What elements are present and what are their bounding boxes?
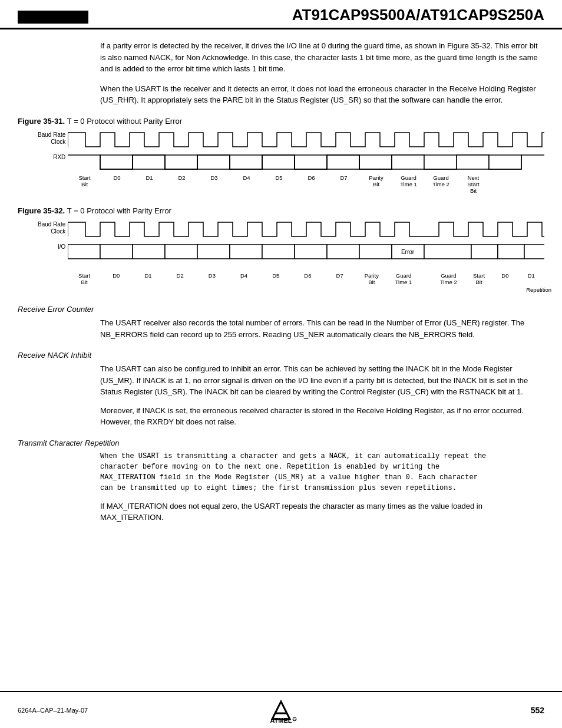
svg-rect-4: [230, 155, 262, 169]
bit-labels-32: StartBit D0 D1 D2 D3 D4 D5 D6 D7 ParityB…: [68, 272, 544, 286]
svg-rect-12: [489, 155, 521, 169]
svg-rect-16: [165, 245, 197, 259]
main-content: If a parity error is detected by the rec…: [0, 40, 562, 523]
svg-rect-6: [295, 155, 327, 169]
svg-rect-22: [359, 245, 392, 259]
baud-rate-label-32: Baud RateClock: [35, 219, 68, 235]
figure-35-31: Figure 35-31. T = 0 Protocol without Par…: [18, 117, 544, 195]
baud-rate-clock-32: [68, 219, 544, 240]
svg-rect-20: [295, 245, 327, 259]
baud-rate-clock-31: [68, 129, 544, 150]
io-label-32: I/O: [35, 241, 68, 251]
svg-rect-5: [262, 155, 295, 169]
svg-rect-19: [262, 245, 295, 259]
svg-rect-27: [498, 245, 524, 259]
error-counter-text: The USART receiver also records the tota…: [100, 317, 544, 340]
io-signal-32: Error: [68, 241, 544, 271]
svg-rect-15: [133, 245, 165, 259]
svg-rect-26: [471, 245, 498, 259]
bit-labels-31: StartBit D0 D1 D2 D3 D4 D5 D6 D7 ParityB…: [68, 174, 544, 195]
svg-rect-18: [230, 245, 262, 259]
svg-text:Error: Error: [401, 249, 415, 255]
nack-inhibit-text2: Moreover, if INACK is set, the erroneous…: [100, 405, 544, 428]
svg-rect-10: [424, 155, 457, 169]
section-heading-transmit-repetition: Transmit Character Repetition: [18, 439, 544, 447]
transmit-repetition-text2: If MAX_ITERATION does not equal zero, th…: [100, 500, 544, 523]
footer-page-number: 552: [369, 706, 544, 715]
page-footer: 6264A–CAP–21-May-07 ATMEL R 552: [0, 691, 562, 728]
rxd-label-31: RXD: [35, 151, 68, 161]
svg-rect-0: [100, 155, 133, 169]
transmit-repetition-text1: When the USART is transmitting a charact…: [100, 451, 544, 493]
svg-rect-8: [359, 155, 392, 169]
figure-32-area: Baud RateClock I/O: [35, 219, 544, 294]
svg-rect-7: [327, 155, 359, 169]
svg-rect-25: [424, 245, 471, 259]
svg-rect-11: [457, 155, 489, 169]
svg-rect-3: [197, 155, 230, 169]
figure-32-label: Figure 35-32. T = 0 Protocol with Parity…: [18, 206, 544, 215]
svg-rect-1: [133, 155, 165, 169]
intro-para1: If a parity error is detected by the rec…: [100, 40, 544, 75]
atmel-logo: ATMEL R: [254, 697, 308, 723]
svg-rect-14: [100, 245, 133, 259]
repetition-label: Repetition: [68, 286, 551, 293]
svg-rect-28: [524, 245, 544, 259]
figure-31-label: Figure 35-31. T = 0 Protocol without Par…: [18, 117, 544, 126]
section-heading-nack-inhibit: Receive NACK Inhibit: [18, 351, 544, 360]
svg-rect-9: [392, 155, 424, 169]
page-header: AT91CAP9S500A/AT91CAP9S250A: [0, 0, 562, 29]
svg-text:R: R: [293, 718, 296, 722]
svg-rect-21: [327, 245, 359, 259]
figure-35-32: Figure 35-32. T = 0 Protocol with Parity…: [18, 206, 544, 294]
svg-text:ATMEL: ATMEL: [270, 717, 292, 723]
footer-doc-id: 6264A–CAP–21-May-07: [18, 707, 193, 714]
intro-para2: When the USART is the receiver and it de…: [100, 83, 544, 106]
svg-rect-2: [165, 155, 197, 169]
svg-rect-17: [197, 245, 230, 259]
baud-rate-label-31: Baud RateClock: [35, 129, 68, 146]
figure-31-area: Baud RateClock RXD: [35, 129, 544, 195]
footer-logo: ATMEL R: [193, 697, 369, 723]
rxd-signal-31: [68, 151, 544, 173]
nack-inhibit-text1: The USART can also be configured to inhi…: [100, 363, 544, 398]
svg-rect-13: [68, 245, 100, 259]
section-heading-error-counter: Receive Error Counter: [18, 305, 544, 314]
page-title: AT91CAP9S500A/AT91CAP9S250A: [100, 6, 544, 28]
header-bar: [18, 11, 88, 24]
